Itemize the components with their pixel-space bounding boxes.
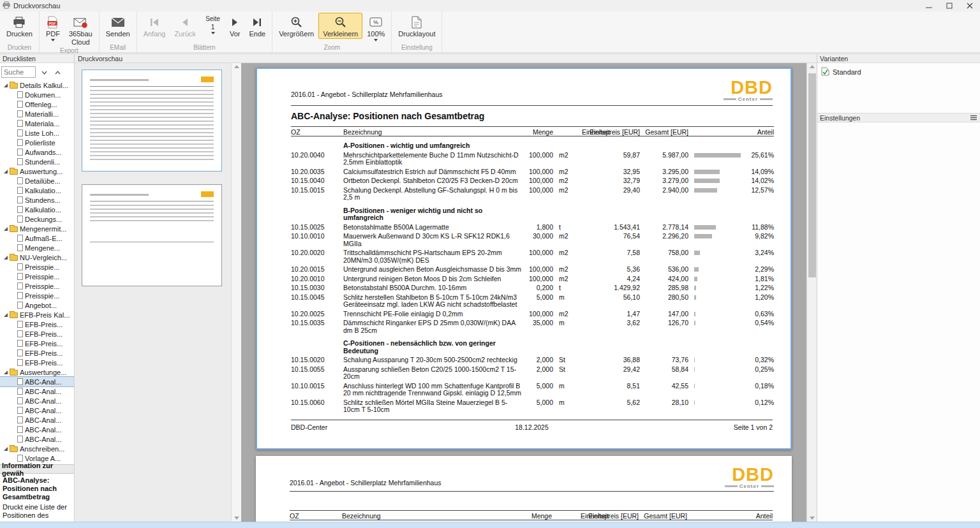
cell-anteil: 9,82% xyxy=(747,233,774,240)
expand-arrow-icon[interactable] xyxy=(4,447,8,451)
tree-item[interactable]: Kalkulatio... xyxy=(0,205,74,214)
expand-arrow-icon[interactable] xyxy=(4,256,8,260)
cell-menge: 100,000 xyxy=(522,177,553,185)
preview-scroll-up-icon[interactable] xyxy=(810,65,815,68)
tree-item[interactable]: Details Kalkul... xyxy=(0,80,74,90)
tree-item[interactable]: EFB-Preis... xyxy=(0,358,74,367)
expand-arrow-icon[interactable] xyxy=(4,227,8,231)
tree-item[interactable]: Mengene... xyxy=(0,243,74,253)
col-anteil: Anteil xyxy=(757,128,774,136)
expand-arrow-icon[interactable] xyxy=(4,170,8,173)
tree-item[interactable]: Offenleg... xyxy=(0,99,74,109)
thumbnail-scrollbar[interactable] xyxy=(231,63,241,522)
report-page-1[interactable]: 2016.01 - Angebot - Schillerplatz Mehrfa… xyxy=(256,68,792,450)
cell-menge: 1,800 xyxy=(522,224,553,231)
seite-dropdown-arrow[interactable] xyxy=(211,32,215,34)
scroll-up-arrow-icon[interactable] xyxy=(234,65,239,68)
tree-item[interactable]: ABC-Anal... xyxy=(0,406,74,415)
tree-item[interactable]: EFB-Preis Kal... xyxy=(0,310,74,319)
tree-item[interactable]: ABC-Anal... xyxy=(0,396,74,406)
expand-arrow-icon[interactable] xyxy=(4,370,8,374)
ende-button[interactable]: Ende xyxy=(244,13,270,39)
vergroessern-button[interactable]: Vergrößern xyxy=(274,13,318,39)
variant-item-standard[interactable]: Standard xyxy=(817,66,980,78)
tree-item[interactable]: EFB-Preis... xyxy=(0,348,74,358)
tree-item[interactable]: EFB-Preis... xyxy=(0,339,74,348)
table-row: 10.15.0040 Ortbeton Deckenpl. Stahlbeton… xyxy=(291,177,774,185)
anteil-bar xyxy=(688,294,747,300)
anteil-bar xyxy=(688,187,747,193)
expand-arrow-icon[interactable] xyxy=(4,84,8,87)
search-next-button[interactable] xyxy=(39,67,49,77)
table-header-row-p2: OZ Bezeichnung Menge Einheit Einheitspre… xyxy=(290,510,773,520)
zoom-dropdown-arrow[interactable] xyxy=(374,39,378,41)
tree-item-icon xyxy=(17,436,23,443)
cell-gesamt: 280,50 xyxy=(640,294,688,302)
tree-item[interactable]: Preisspie... xyxy=(0,291,74,300)
cell-bezeichnung: Schlitz schließen Mörtel MGIIa Steine Ma… xyxy=(343,399,522,414)
tree-item[interactable]: Stundenli... xyxy=(0,157,74,166)
report-page-2[interactable]: 2016.01 - Angebot - Schillerplatz Mehrfa… xyxy=(256,456,792,522)
tree-item[interactable]: Deckungs... xyxy=(0,214,74,224)
tree-item[interactable]: Preisspie... xyxy=(0,272,74,281)
tree-item[interactable]: Materiala... xyxy=(0,119,74,128)
tree-item[interactable]: Auswertung... xyxy=(0,166,74,176)
search-previous-button[interactable] xyxy=(52,67,63,77)
seite-value[interactable]: 1 xyxy=(211,23,214,31)
tree-item[interactable]: ABC-Anal... xyxy=(0,386,74,396)
table-row: 10.15.0045 Schlitz herstellen Stahlbeton… xyxy=(291,294,774,309)
tree-item-label: Mengene... xyxy=(25,244,60,252)
menu-lines-icon[interactable] xyxy=(970,114,977,122)
cell-oz: 10.15.0045 xyxy=(291,294,343,302)
maximize-button[interactable] xyxy=(939,0,960,11)
tree-item[interactable]: Stundens... xyxy=(0,195,74,205)
seite-stepper[interactable]: Seite 1 xyxy=(200,13,225,34)
tree-item[interactable]: Kalkulatio... xyxy=(0,186,74,195)
anteil-bar xyxy=(688,152,747,158)
tree-item[interactable]: Mengenermit... xyxy=(0,224,74,233)
tree-item-icon xyxy=(17,235,23,242)
page-thumbnail-1[interactable] xyxy=(82,70,222,172)
tree-item[interactable]: Materialli... xyxy=(0,109,74,119)
close-button[interactable] xyxy=(960,0,980,11)
tree-item[interactable]: Detailübe... xyxy=(0,176,74,186)
preview-scroll-down-icon[interactable] xyxy=(810,517,815,520)
expand-arrow-icon[interactable] xyxy=(4,313,8,317)
pdf-dropdown-arrow[interactable] xyxy=(51,39,55,41)
cell-gesamt: 126,70 xyxy=(640,319,688,327)
tree-item[interactable]: Angebot... xyxy=(0,300,74,310)
cell-einheit: m2 xyxy=(553,187,584,194)
vor-button[interactable]: Vor xyxy=(225,13,245,39)
tree-item[interactable]: Auswertunge... xyxy=(0,367,74,377)
search-input[interactable] xyxy=(1,66,36,78)
tree-item[interactable]: ABC-Anal... xyxy=(0,425,74,434)
tree-item[interactable]: Liste Loh... xyxy=(0,128,74,138)
preview-scrollbar[interactable] xyxy=(806,63,817,522)
tree-item[interactable]: Aufwands... xyxy=(0,147,74,157)
zoom-level-button[interactable]: % 100% xyxy=(362,13,389,43)
tree-item[interactable]: EFB-Preis... xyxy=(0,329,74,339)
tree-item[interactable]: ABC-Anal... xyxy=(0,434,74,444)
drucklayout-button[interactable]: Drucklayout xyxy=(394,13,440,39)
preview-scrollbar-thumb[interactable] xyxy=(808,73,816,277)
drucken-button[interactable]: Drucken xyxy=(2,13,37,39)
tree-item[interactable]: Preisspie... xyxy=(0,262,74,272)
tree-item[interactable]: ABC-Anal... xyxy=(0,377,74,386)
tree-item[interactable]: Preisspie... xyxy=(0,281,74,291)
tree-item[interactable]: NU-Vergleich... xyxy=(0,253,74,262)
minimize-button[interactable] xyxy=(919,0,939,11)
tree-item[interactable]: Polierliste xyxy=(0,138,74,147)
pdf-button[interactable]: PDF PDF xyxy=(41,13,64,43)
tree-item[interactable]: Anschreiben... xyxy=(0,444,74,453)
page-thumbnail-2[interactable] xyxy=(82,184,222,286)
cloud365-button[interactable]: 365bau Cloud xyxy=(64,13,97,47)
scroll-down-arrow-icon[interactable] xyxy=(234,517,239,520)
verkleinern-button[interactable]: Verkleinern xyxy=(318,13,362,39)
tree-item[interactable]: Aufmaß-E... xyxy=(0,233,74,243)
tree-item[interactable]: EFB-Preis... xyxy=(0,319,74,329)
zurueck-button[interactable]: Zurück xyxy=(170,13,201,39)
tree-item[interactable]: Dokumen... xyxy=(0,90,74,99)
anfang-button[interactable]: Anfang xyxy=(139,13,170,39)
tree-item[interactable]: ABC-Anal... xyxy=(0,415,74,425)
senden-button[interactable]: Senden xyxy=(101,13,135,39)
